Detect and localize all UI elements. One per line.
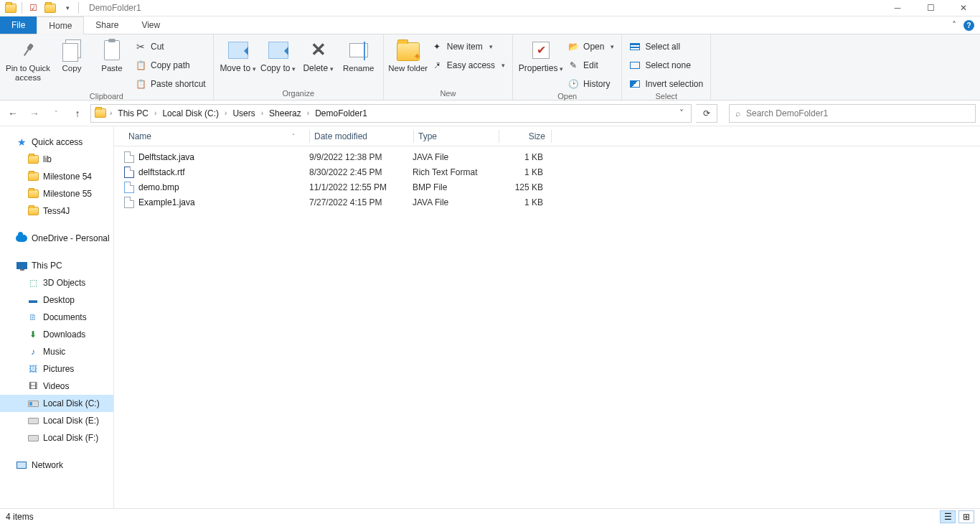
clipboard-icon	[104, 40, 120, 60]
tree-quick-access[interactable]: ★Quick access	[0, 134, 113, 151]
tree-item[interactable]: ⬇Downloads	[0, 326, 113, 343]
details-view-button[interactable]: ☰	[940, 510, 956, 523]
group-label: Organize	[214, 89, 383, 100]
maximize-button[interactable]: ☐	[914, 0, 947, 17]
tree-item[interactable]: ♪Music	[0, 343, 113, 360]
objects-icon: ⬚	[27, 277, 39, 289]
easy-access-button[interactable]: ⭷Easy access▾	[428, 57, 508, 73]
qat-customize-icon[interactable]: ▾	[61, 1, 74, 14]
select-none-button[interactable]: Select none	[626, 57, 706, 73]
move-to-button[interactable]: Move to▾	[218, 37, 258, 74]
chevron-right-icon[interactable]: ›	[306, 109, 311, 117]
tree-network[interactable]: Network	[0, 457, 113, 474]
folder-icon	[27, 188, 39, 200]
paste-shortcut-button[interactable]: 📋Paste shortcut	[132, 76, 209, 92]
column-header-type[interactable]: Type	[414, 131, 499, 141]
tree-item[interactable]: Local Disk (F:)	[0, 429, 113, 446]
paste-button[interactable]: Paste	[92, 37, 132, 73]
chevron-right-icon[interactable]: ›	[108, 109, 113, 117]
rename-button[interactable]: Rename	[339, 37, 379, 73]
column-header-name[interactable]: Name˄	[124, 131, 309, 141]
column-header-date[interactable]: Date modified	[310, 131, 413, 141]
close-button[interactable]: ✕	[947, 0, 980, 17]
tree-item-local-disk-c[interactable]: Local Disk (C:)	[0, 395, 113, 412]
file-rows: Delftstack.java9/9/2022 12:38 PMJAVA Fil…	[114, 146, 980, 210]
properties-qat-icon[interactable]: ☑	[27, 1, 39, 14]
breadcrumb-segment[interactable]: DemoFolder1	[312, 108, 370, 118]
window-title: DemoFolder1	[89, 3, 141, 13]
folder-icon	[27, 205, 39, 217]
file-row[interactable]: Delftstack.java9/9/2022 12:38 PMJAVA Fil…	[114, 149, 980, 164]
copy-button[interactable]: Copy	[52, 37, 92, 73]
large-icons-view-button[interactable]: ⊞	[958, 510, 974, 523]
address-bar[interactable]: › This PC › Local Disk (C:) › Users › Sh…	[90, 104, 692, 123]
select-all-button[interactable]: Select all	[626, 39, 706, 55]
tree-item[interactable]: 🎞Videos	[0, 378, 113, 395]
separator	[22, 2, 22, 14]
tree-item[interactable]: ⬚3D Objects	[0, 274, 113, 291]
file-icon	[124, 197, 134, 208]
back-button[interactable]: ←	[4, 105, 22, 122]
open-button[interactable]: 📂Open▾	[565, 39, 617, 55]
tab-home[interactable]: Home	[37, 17, 84, 34]
new-item-icon: ✦	[431, 41, 443, 52]
tab-share[interactable]: Share	[84, 17, 130, 34]
delete-icon: ✕	[307, 39, 330, 62]
tree-this-pc[interactable]: This PC	[0, 257, 113, 274]
edit-button[interactable]: ✎Edit	[565, 57, 617, 73]
chevron-right-icon[interactable]: ›	[223, 109, 228, 117]
pin-to-quick-access-button[interactable]: Pin to Quick access	[4, 37, 52, 83]
delete-button[interactable]: ✕Delete▾	[298, 37, 339, 74]
new-item-button[interactable]: ✦New item▾	[428, 39, 508, 55]
help-icon[interactable]: ?	[963, 20, 974, 31]
search-input[interactable]	[746, 108, 969, 118]
tree-item[interactable]: Milestone 55	[0, 185, 113, 202]
select-none-icon	[629, 60, 641, 71]
recent-locations-button[interactable]: ˅	[47, 105, 65, 122]
tree-item[interactable]: ▬Desktop	[0, 291, 113, 309]
search-box[interactable]: ⌕	[729, 104, 976, 123]
file-row[interactable]: demo.bmp11/1/2022 12:55 PMBMP File125 KB	[114, 179, 980, 195]
videos-icon: 🎞	[27, 380, 39, 392]
breadcrumb-segment[interactable]: Users	[230, 108, 258, 118]
column-header-size[interactable]: Size	[499, 131, 551, 141]
tree-onedrive[interactable]: OneDrive - Personal	[0, 230, 113, 247]
history-button[interactable]: 🕑History	[565, 76, 617, 92]
file-date: 11/1/2022 12:55 PM	[309, 182, 413, 192]
tree-item[interactable]: Milestone 54	[0, 168, 113, 185]
minimize-button[interactable]: ─	[881, 0, 914, 17]
file-row[interactable]: Example1.java7/27/2022 4:15 PMJAVA File1…	[114, 195, 980, 210]
breadcrumb-segment[interactable]: Local Disk (C:)	[159, 108, 222, 118]
breadcrumb-segment[interactable]: This PC	[115, 108, 151, 118]
paste-shortcut-icon: 📋	[135, 78, 146, 90]
desktop-icon: ▬	[27, 294, 39, 306]
explorer-body: ★Quick access lib Milestone 54 Milestone…	[0, 126, 980, 523]
properties-button[interactable]: ✔Properties▾	[517, 37, 565, 74]
tab-view[interactable]: View	[130, 17, 171, 34]
search-icon: ⌕	[735, 108, 740, 118]
tree-item[interactable]: lib	[0, 151, 113, 168]
file-name: Delftstack.java	[138, 152, 194, 162]
forward-button[interactable]: →	[26, 105, 43, 122]
new-folder-qat-icon[interactable]	[44, 1, 57, 14]
chevron-right-icon[interactable]: ›	[260, 109, 265, 117]
tree-item[interactable]: 🖼Pictures	[0, 360, 113, 378]
tree-item[interactable]: 🗎Documents	[0, 309, 113, 326]
file-row[interactable]: delftstack.rtf8/30/2022 2:45 PMRich Text…	[114, 164, 980, 179]
invert-selection-button[interactable]: Invert selection	[626, 76, 706, 92]
tree-item[interactable]: Tess4J	[0, 202, 113, 220]
chevron-right-icon[interactable]: ›	[153, 109, 158, 117]
minimize-ribbon-icon[interactable]: ˄	[952, 20, 956, 30]
refresh-button[interactable]: ⟳	[696, 104, 717, 123]
new-folder-button[interactable]: New folder	[388, 37, 428, 73]
breadcrumb-segment[interactable]: Sheeraz	[266, 108, 304, 118]
tab-file[interactable]: File	[0, 17, 37, 34]
copy-to-button[interactable]: Copy to▾	[258, 37, 298, 74]
copy-path-button[interactable]: 📋Copy path	[132, 57, 209, 73]
network-icon	[16, 459, 27, 471]
cut-button[interactable]: ✂Cut	[132, 39, 209, 55]
copy-to-icon	[268, 42, 288, 59]
address-dropdown-icon[interactable]: ˅	[675, 108, 688, 118]
up-button[interactable]: ↑	[69, 105, 86, 122]
tree-item[interactable]: Local Disk (E:)	[0, 412, 113, 429]
